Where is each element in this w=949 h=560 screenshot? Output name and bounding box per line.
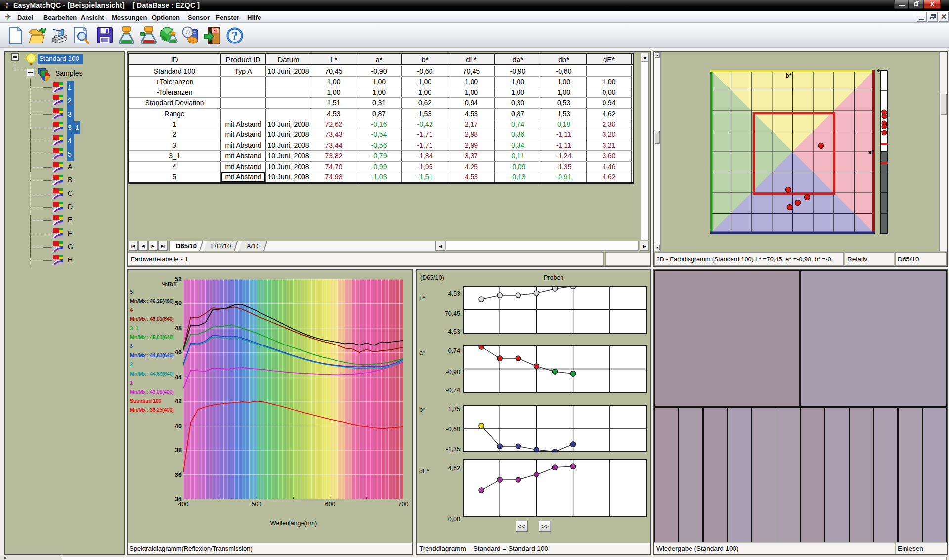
svg-text:0,00: 0,00 — [448, 516, 460, 523]
svg-text:-4,53: -4,53 — [446, 328, 461, 335]
svg-text:-0,74: -0,74 — [446, 387, 461, 394]
svg-text:b*: b* — [786, 72, 792, 79]
svg-text:-1,35: -1,35 — [446, 446, 461, 453]
svg-text:L*: L* — [419, 295, 425, 302]
svg-text:70,45: 70,45 — [445, 310, 460, 317]
svg-text:4,62: 4,62 — [448, 465, 460, 472]
svg-text:-0,60: -0,60 — [446, 426, 461, 432]
svg-text:a*: a* — [868, 149, 874, 156]
svg-text:1,35: 1,35 — [448, 406, 460, 413]
svg-text:b*: b* — [419, 406, 425, 413]
svg-text:a*: a* — [419, 349, 425, 356]
svg-text:?: ? — [232, 29, 238, 43]
svg-text:dE*: dE* — [419, 468, 429, 474]
svg-text:EXIT: EXIT — [212, 29, 218, 32]
svg-text:-0,90: -0,90 — [446, 369, 461, 376]
svg-text:0,74: 0,74 — [448, 347, 460, 354]
svg-text:4,53: 4,53 — [448, 290, 460, 297]
